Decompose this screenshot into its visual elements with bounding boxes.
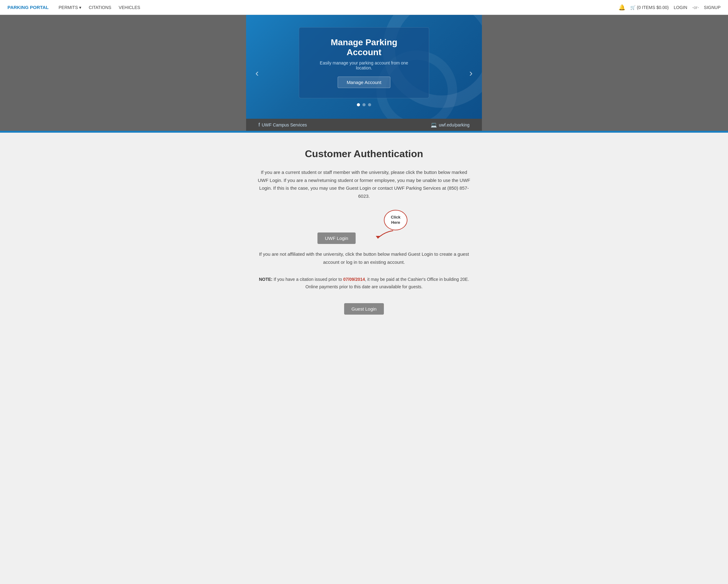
guest-login-button[interactable]: Guest Login [344, 303, 384, 315]
hero-section: ⚔ UWF ‹ Manage Parking Account Easily ma… [0, 15, 728, 131]
hero-website-link[interactable]: 💻 uwf.edu/parking [431, 122, 469, 128]
click-here-callout: Click Here [384, 210, 408, 230]
bell-icon[interactable]: 🔔 [619, 4, 625, 11]
callout-bubble: Click Here [384, 210, 408, 230]
guest-description: If you are not affiliated with the unive… [255, 250, 473, 266]
manage-account-button[interactable]: Manage Account [338, 77, 390, 88]
nav-right: 🔔 🛒 (0 ITEMS $0.00) LOGIN -or- SIGNUP [619, 4, 721, 11]
nav-brand[interactable]: PARKING PORTAL [7, 5, 49, 10]
note-bold: NOTE: [259, 277, 272, 282]
signup-link[interactable]: SIGNUP [704, 5, 721, 10]
carousel-dot-2[interactable] [362, 103, 366, 106]
auth-title: Customer Authentication [231, 148, 497, 160]
hero-card: Manage Parking Account Easily manage you… [299, 27, 429, 98]
nav-permits[interactable]: PERMITS ▾ [59, 5, 81, 10]
main-content: Customer Authentication If you are a cur… [224, 133, 504, 333]
hero-facebook-link[interactable]: f UWF Campus Services [259, 122, 307, 128]
navbar: PARKING PORTAL PERMITS ▾ CITATIONS VEHIC… [0, 0, 728, 15]
uwf-login-button-wrap: UWF Login [317, 232, 356, 244]
chevron-down-icon: ▾ [79, 5, 81, 10]
note-text: NOTE: If you have a citation issued prio… [255, 276, 473, 291]
cart-label: 🛒 [630, 5, 637, 10]
or-separator: -or- [692, 5, 699, 10]
note-date: 07/09/2014 [343, 277, 365, 282]
hero-title: Manage Parking Account [314, 37, 414, 57]
facebook-icon: f [259, 122, 260, 128]
computer-icon: 💻 [431, 122, 437, 128]
hero-subtitle: Easily manage your parking account from … [314, 60, 414, 71]
carousel-dots [357, 103, 371, 106]
callout-arrow [374, 229, 399, 242]
cart-icon[interactable]: 🛒 (0 ITEMS $0.00) [630, 5, 669, 10]
nav-links: PERMITS ▾ CITATIONS VEHICLES [59, 5, 619, 10]
uwf-login-area: Click Here UWF Login [317, 210, 411, 244]
nav-citations[interactable]: CITATIONS [89, 5, 111, 10]
hero-inner: Manage Parking Account Easily manage you… [246, 15, 482, 119]
carousel-next-button[interactable]: › [466, 64, 476, 82]
hero-footer: f UWF Campus Services 💻 uwf.edu/parking [246, 119, 482, 131]
carousel-dot-1[interactable] [357, 103, 360, 106]
uwf-login-button[interactable]: UWF Login [317, 232, 356, 244]
auth-description: If you are a current student or staff me… [255, 168, 473, 200]
carousel-prev-button[interactable]: ‹ [252, 64, 262, 82]
nav-vehicles[interactable]: VEHICLES [119, 5, 140, 10]
login-link[interactable]: LOGIN [674, 5, 687, 10]
carousel-dot-3[interactable] [368, 103, 371, 106]
